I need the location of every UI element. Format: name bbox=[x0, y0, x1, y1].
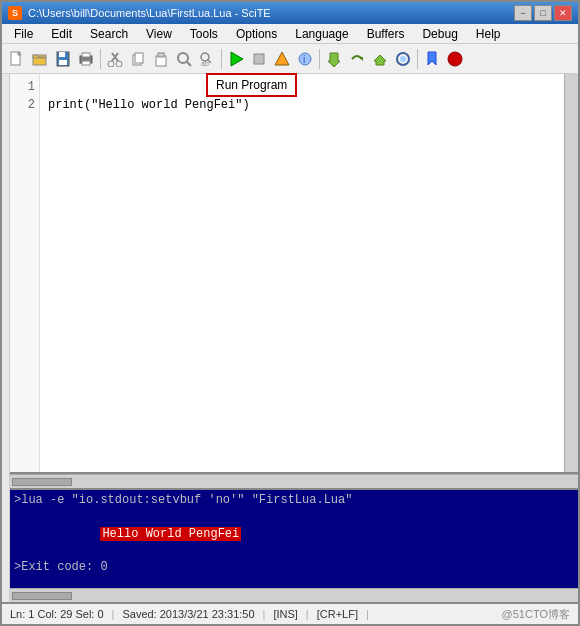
svg-point-16 bbox=[178, 53, 188, 63]
svg-marker-21 bbox=[231, 52, 243, 66]
toolbar-separator-1 bbox=[100, 49, 101, 69]
output-line-command: >lua -e "io.stdout:setvbuf 'no'" "FirstL… bbox=[14, 492, 574, 509]
line-number-2: 2 bbox=[12, 96, 35, 114]
step-over-button[interactable] bbox=[346, 48, 368, 70]
output-h-scrollbar-track bbox=[10, 591, 578, 601]
save-file-button[interactable] bbox=[52, 48, 74, 70]
svg-marker-26 bbox=[328, 53, 340, 67]
menu-search[interactable]: Search bbox=[82, 25, 136, 43]
line-numbers: 1 2 bbox=[10, 74, 40, 472]
stop-button[interactable] bbox=[248, 48, 270, 70]
toolbar: ab Run Program i bbox=[2, 44, 578, 74]
svg-line-17 bbox=[187, 62, 191, 66]
left-gutter bbox=[2, 74, 10, 602]
new-file-button[interactable] bbox=[6, 48, 28, 70]
menu-help[interactable]: Help bbox=[468, 25, 509, 43]
output-line-exit: >Exit code: 0 bbox=[14, 559, 574, 576]
close-button[interactable]: ✕ bbox=[554, 5, 572, 21]
step-out-button[interactable] bbox=[369, 48, 391, 70]
h-scrollbar-thumb[interactable] bbox=[12, 478, 72, 486]
svg-marker-28 bbox=[374, 55, 386, 65]
watch-button[interactable] bbox=[392, 48, 414, 70]
output-h-scrollbar-thumb[interactable] bbox=[12, 592, 72, 600]
output-horizontal-scrollbar[interactable] bbox=[10, 588, 578, 602]
status-position: Ln: 1 Col: 29 Sel: 0 bbox=[10, 608, 104, 620]
record-button[interactable] bbox=[444, 48, 466, 70]
open-file-button[interactable] bbox=[29, 48, 51, 70]
svg-point-11 bbox=[116, 61, 122, 67]
svg-text:i: i bbox=[303, 54, 305, 65]
menu-debug[interactable]: Debug bbox=[414, 25, 465, 43]
output-highlight: Hello World PengFei bbox=[100, 527, 241, 541]
toolbar-separator-3 bbox=[319, 49, 320, 69]
content-area: 1 2 print("Hello world PengFei") >lua -e… bbox=[2, 74, 578, 602]
find-replace-button[interactable]: ab bbox=[196, 48, 218, 70]
debug-button[interactable]: i bbox=[294, 48, 316, 70]
status-sep-1: | bbox=[112, 608, 115, 620]
status-sep-4: | bbox=[366, 608, 369, 620]
menu-edit[interactable]: Edit bbox=[43, 25, 80, 43]
editor-pane: 1 2 print("Hello world PengFei") bbox=[10, 74, 578, 474]
window-title: C:\Users\bill\Documents\Lua\FirstLua.Lua… bbox=[28, 7, 271, 19]
toolbar-separator-2 bbox=[221, 49, 222, 69]
status-saved: Saved: 2013/3/21 23:31:50 bbox=[122, 608, 254, 620]
status-bar: Ln: 1 Col: 29 Sel: 0 | Saved: 2013/3/21 … bbox=[2, 602, 578, 624]
cut-button[interactable] bbox=[104, 48, 126, 70]
svg-point-32 bbox=[448, 52, 462, 66]
code-line-1: print("Hello world PengFei") bbox=[48, 98, 250, 112]
menu-buffers[interactable]: Buffers bbox=[359, 25, 413, 43]
watermark: @51CTO博客 bbox=[502, 607, 570, 622]
copy-button[interactable] bbox=[127, 48, 149, 70]
editor-horizontal-scrollbar[interactable] bbox=[10, 474, 578, 488]
svg-text:ab: ab bbox=[201, 60, 209, 67]
editor-content[interactable]: print("Hello world PengFei") bbox=[40, 74, 564, 472]
line-number-1: 1 bbox=[12, 78, 35, 96]
step-into-button[interactable] bbox=[323, 48, 345, 70]
svg-rect-13 bbox=[135, 53, 143, 63]
output-line-result: Hello World PengFei bbox=[14, 509, 241, 559]
svg-rect-3 bbox=[59, 52, 65, 57]
svg-marker-27 bbox=[359, 57, 363, 61]
menu-options[interactable]: Options bbox=[228, 25, 285, 43]
menu-language[interactable]: Language bbox=[287, 25, 356, 43]
status-lineending: [CR+LF] bbox=[317, 608, 358, 620]
minimize-button[interactable]: − bbox=[514, 5, 532, 21]
menu-tools[interactable]: Tools bbox=[182, 25, 226, 43]
window-controls: − □ ✕ bbox=[514, 5, 572, 21]
run-program-button[interactable]: Run Program bbox=[225, 48, 247, 70]
title-bar-text: S C:\Users\bill\Documents\Lua\FirstLua.L… bbox=[8, 6, 271, 20]
svg-rect-6 bbox=[82, 53, 90, 57]
status-ins: [INS] bbox=[273, 608, 297, 620]
title-bar: S C:\Users\bill\Documents\Lua\FirstLua.L… bbox=[2, 2, 578, 24]
status-sep-3: | bbox=[306, 608, 309, 620]
editor-container: 1 2 print("Hello world PengFei") >lua -e… bbox=[10, 74, 578, 602]
h-scrollbar-track bbox=[10, 477, 578, 487]
paste-button[interactable] bbox=[150, 48, 172, 70]
svg-point-30 bbox=[400, 56, 406, 62]
app-icon: S bbox=[8, 6, 22, 20]
svg-rect-15 bbox=[158, 53, 164, 57]
output-scroll[interactable]: >lua -e "io.stdout:setvbuf 'no'" "FirstL… bbox=[10, 490, 578, 588]
menu-view[interactable]: View bbox=[138, 25, 180, 43]
main-window: S C:\Users\bill\Documents\Lua\FirstLua.L… bbox=[0, 0, 580, 626]
toolbar-separator-4 bbox=[417, 49, 418, 69]
svg-rect-4 bbox=[59, 60, 67, 65]
build-button[interactable] bbox=[271, 48, 293, 70]
print-button[interactable] bbox=[75, 48, 97, 70]
svg-point-10 bbox=[108, 61, 114, 67]
svg-rect-7 bbox=[82, 61, 90, 65]
editor-vertical-scrollbar[interactable] bbox=[564, 74, 578, 472]
menu-bar: File Edit Search View Tools Options Lang… bbox=[2, 24, 578, 44]
svg-marker-31 bbox=[428, 52, 436, 65]
find-button[interactable] bbox=[173, 48, 195, 70]
bookmark-button[interactable] bbox=[421, 48, 443, 70]
status-sep-2: | bbox=[263, 608, 266, 620]
menu-file[interactable]: File bbox=[6, 25, 41, 43]
svg-rect-22 bbox=[254, 54, 264, 64]
maximize-button[interactable]: □ bbox=[534, 5, 552, 21]
output-pane: >lua -e "io.stdout:setvbuf 'no'" "FirstL… bbox=[10, 488, 578, 588]
svg-marker-23 bbox=[275, 52, 289, 65]
